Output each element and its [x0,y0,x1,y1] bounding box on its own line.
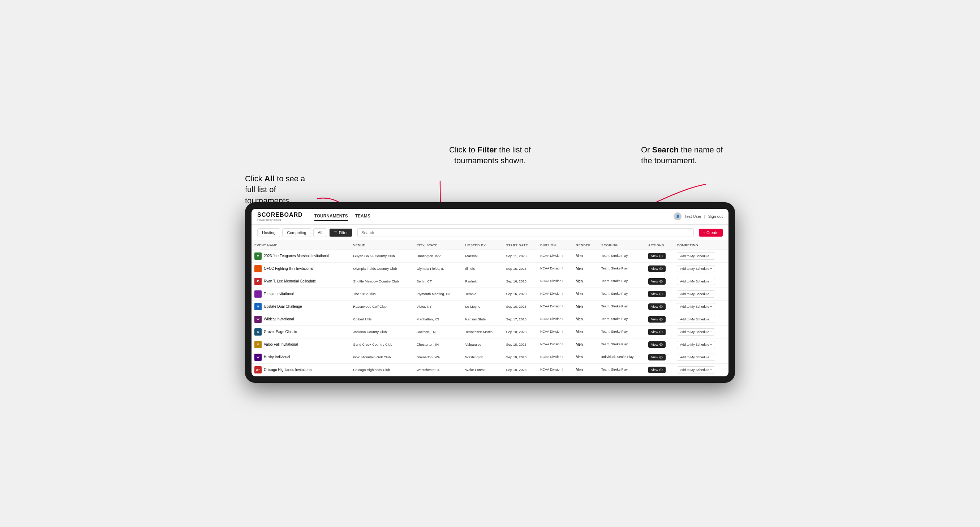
tab-hosting[interactable]: Hosting [257,228,280,237]
add-to-schedule-button[interactable]: Add to My Schedule + [677,366,715,373]
event-name: 2023 Joe Feaganes Marshall Invitational [264,254,329,258]
tablet-screen: SCOREBOARD Powered by clippd TOURNAMENTS… [251,209,729,376]
col-event-name: EVENT NAME [251,241,350,250]
col-competing: COMPETING [674,241,729,250]
cell-competing: Add to My Schedule + [674,313,729,325]
add-to-schedule-button[interactable]: Add to My Schedule + [677,278,715,285]
cell-division: NCAA Division I [537,300,573,313]
sign-out-link[interactable]: Sign out [708,214,723,219]
col-division: DIVISION [537,241,573,250]
cell-event-name: G Grover Page Classic [251,325,350,338]
cell-venue: Olympia Fields Country Club [350,262,414,275]
cell-city: Jackson, TN [414,325,463,338]
view-button[interactable]: View [648,316,666,322]
cell-venue: Shuttle Meadow Country Club [350,275,414,287]
add-to-schedule-button[interactable]: Add to My Schedule + [677,252,715,260]
eye-icon [659,368,663,372]
cell-hosted-by: Fairfield [463,275,503,287]
svg-point-18 [660,331,662,332]
view-button[interactable]: View [648,265,666,272]
cell-gender: Men [573,300,598,313]
add-to-schedule-button[interactable]: Add to My Schedule + [677,316,715,323]
cell-scoring: Team, Stroke Play [598,300,645,313]
cell-hosted-by: Marshall [463,249,503,262]
cell-venue: The 1912 Club [350,287,414,300]
svg-point-22 [660,357,662,357]
add-to-schedule-button[interactable]: Add to My Schedule + [677,341,715,348]
view-button[interactable]: View [648,303,666,310]
cell-city: Chesterton, IN [414,338,463,351]
table-row: WF Chicago Highlands Invitational Chicag… [251,364,729,376]
add-to-schedule-button[interactable]: Add to My Schedule + [677,265,715,272]
svg-point-12 [660,293,662,294]
cell-competing: Add to My Schedule + [674,287,729,300]
cell-event-name: W Husky Individual [251,351,350,364]
team-logo: M [255,252,262,260]
cell-event-name: F Ryan T. Lee Memorial Collegiate [251,275,350,287]
cell-actions: View [645,351,674,364]
tab-competing[interactable]: Competing [282,228,311,237]
table-row: W Husky Individual Gold Mountain Golf Cl… [251,351,729,364]
cell-hosted-by: Illinois [463,262,503,275]
view-button[interactable]: View [648,253,666,259]
eye-icon [659,317,663,321]
cell-competing: Add to My Schedule + [674,325,729,338]
cell-venue: Ravenwood Golf Club [350,300,414,313]
annotation-search: Or Search the name of the tournament. [641,144,735,167]
top-nav: SCOREBOARD Powered by clippd TOURNAMENTS… [251,209,729,225]
tournaments-table: EVENT NAME VENUE CITY, STATE HOSTED BY S… [251,241,729,376]
cell-competing: Add to My Schedule + [674,275,729,287]
eye-icon [659,292,663,296]
add-to-schedule-button[interactable]: Add to My Schedule + [677,354,715,361]
filter-button[interactable]: Filter [329,228,352,237]
view-button[interactable]: View [648,341,666,348]
cell-division: NCAA Division I [537,287,573,300]
view-button[interactable]: View [648,291,666,297]
cell-gender: Men [573,338,598,351]
tab-all[interactable]: All [313,228,327,237]
eye-icon [659,267,663,271]
table-header: EVENT NAME VENUE CITY, STATE HOSTED BY S… [251,241,729,250]
view-button[interactable]: View [648,329,666,335]
table-body: M 2023 Joe Feaganes Marshall Invitationa… [251,249,729,376]
cell-start-date: Sep 16, 2023 [503,287,537,300]
add-to-schedule-button[interactable]: Add to My Schedule + [677,303,715,310]
col-hosted-by: HOSTED BY [463,241,503,250]
nav-teams[interactable]: TEAMS [355,212,371,221]
col-venue: VENUE [350,241,414,250]
team-logo: W [255,316,262,323]
cell-event-name: WF Chicago Highlands Invitational [251,364,350,376]
add-to-schedule-button[interactable]: Add to My Schedule + [677,290,715,298]
search-input[interactable] [357,228,694,237]
cell-gender: Men [573,287,598,300]
cell-venue: Sand Creek Country Club [350,338,414,351]
cell-start-date: Sep 16, 2023 [503,300,537,313]
view-button[interactable]: View [648,354,666,360]
cell-hosted-by: Wake Forest [463,364,503,376]
cell-event-name: U Upstate Dual Challenge [251,300,350,313]
cell-division: NCAA Division I [537,262,573,275]
cell-start-date: Sep 16, 2023 [503,275,537,287]
svg-point-10 [660,281,662,282]
cell-actions: View [645,249,674,262]
view-button[interactable]: View [648,367,666,373]
team-logo: I [255,265,262,272]
cell-division: NCAA Division I [537,338,573,351]
eye-icon [659,254,663,258]
cell-start-date: Sep 11, 2023 [503,249,537,262]
cell-city: Victor, NY [414,300,463,313]
eye-icon [659,305,663,308]
nav-tournaments[interactable]: TOURNAMENTS [314,212,348,221]
logo-sub: Powered by clippd [257,218,303,221]
event-name: Grover Page Classic [264,330,297,334]
create-button[interactable]: + Create [699,229,723,237]
cell-hosted-by: Le Moyne [463,300,503,313]
view-button[interactable]: View [648,278,666,285]
table-row: M 2023 Joe Feaganes Marshall Invitationa… [251,249,729,262]
cell-scoring: Team, Stroke Play [598,364,645,376]
cell-city: Bremerton, WA [414,351,463,364]
eye-icon [659,343,663,346]
cell-division: NCAA Division I [537,249,573,262]
event-name: Valpo Fall Invitational [264,343,298,346]
add-to-schedule-button[interactable]: Add to My Schedule + [677,329,715,336]
